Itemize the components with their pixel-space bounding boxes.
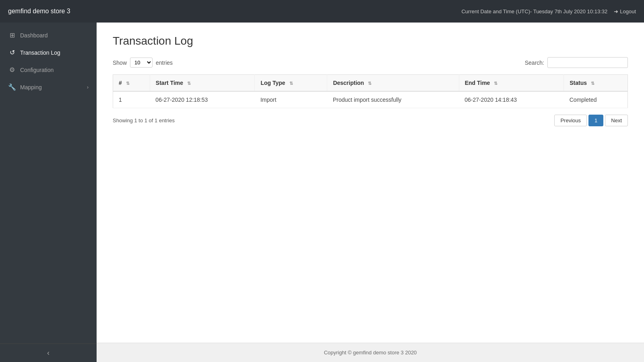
table-header-row: # ⇅ Start Time ⇅ Log Type ⇅ Descriptio [113,75,628,92]
controls-row: Show 10 25 50 100 entries Search: [113,57,628,68]
col-end-time[interactable]: End Time ⇅ [459,75,564,92]
collapse-icon: ‹ [47,349,50,357]
dashboard-icon: ⊞ [8,31,16,39]
table-footer: Showing 1 to 1 of 1 entries Previous 1 N… [113,115,628,126]
content-area: Transaction Log Show 10 25 50 100 entrie… [97,23,644,362]
logout-button[interactable]: ➜ Logout [614,8,636,14]
sidebar-item-label: Configuration [20,67,54,73]
col-start-time[interactable]: Start Time ⇅ [150,75,255,92]
configuration-icon: ⚙ [8,66,16,74]
sidebar-item-label: Mapping [20,84,42,90]
col-description[interactable]: Description ⇅ [327,75,459,92]
brand-name: gemfind demo store 3 [8,8,70,15]
sidebar-item-mapping[interactable]: 🔧 Mapping › [0,78,97,96]
cell-description: Product import successfully [327,91,459,108]
main-layout: ⊞ Dashboard ↺ Transaction Log ⚙ Configur… [0,23,644,362]
sidebar-collapse-button[interactable]: ‹ [0,343,97,362]
header-right: Current Date and Time (UTC)- Tuesday 7th… [461,8,636,14]
show-label: Show [113,60,127,66]
chevron-right-icon: › [87,84,89,90]
entries-label: entries [156,60,173,66]
next-button[interactable]: Next [605,115,628,126]
cell-end-time: 06-27-2020 14:18:43 [459,91,564,108]
top-header: gemfind demo store 3 Current Date and Ti… [0,0,644,23]
col-log-type[interactable]: Log Type ⇅ [255,75,327,92]
sort-icon-log-type: ⇅ [289,81,293,86]
col-num[interactable]: # ⇅ [113,75,150,92]
show-entries-control: Show 10 25 50 100 entries [113,58,173,68]
mapping-icon: 🔧 [8,83,16,91]
copyright-text: Copyright © gemfind demo store 3 2020 [324,350,417,356]
sidebar-item-label: Dashboard [20,32,48,39]
sort-icon-description: ⇅ [368,81,372,86]
sidebar: ⊞ Dashboard ↺ Transaction Log ⚙ Configur… [0,23,97,362]
showing-info: Showing 1 to 1 of 1 entries [113,117,175,123]
content-main: Transaction Log Show 10 25 50 100 entrie… [97,23,644,343]
datetime-display: Current Date and Time (UTC)- Tuesday 7th… [461,8,607,14]
sidebar-item-configuration[interactable]: ⚙ Configuration [0,61,97,78]
cell-num: 1 [113,91,150,108]
sidebar-item-transaction-log[interactable]: ↺ Transaction Log [0,44,97,61]
sidebar-item-label: Transaction Log [20,49,60,56]
search-label: Search: [525,60,544,66]
sort-icon-num: ⇅ [126,81,130,86]
col-status[interactable]: Status ⇅ [564,75,628,92]
entries-select[interactable]: 10 25 50 100 [130,58,153,68]
sidebar-item-dashboard[interactable]: ⊞ Dashboard [0,27,97,44]
cell-status: Completed [564,91,628,108]
pagination: Previous 1 Next [554,115,628,126]
cell-start-time: 06-27-2020 12:18:53 [150,91,255,108]
logout-label: Logout [620,8,636,14]
transaction-log-icon: ↺ [8,49,16,56]
logout-icon: ➜ [614,8,618,14]
cell-log-type: Import [255,91,327,108]
table-row: 106-27-2020 12:18:53ImportProduct import… [113,91,628,108]
sort-icon-end-time: ⇅ [494,81,497,86]
search-input[interactable] [547,57,628,68]
transaction-table: # ⇅ Start Time ⇅ Log Type ⇅ Descriptio [113,74,628,108]
sort-icon-status: ⇅ [591,81,594,86]
page-title: Transaction Log [113,35,628,47]
sort-icon-start-time: ⇅ [187,81,191,86]
page-footer: Copyright © gemfind demo store 3 2020 [97,343,644,362]
previous-button[interactable]: Previous [554,115,587,126]
search-control: Search: [525,57,628,68]
page-1-button[interactable]: 1 [588,115,603,126]
